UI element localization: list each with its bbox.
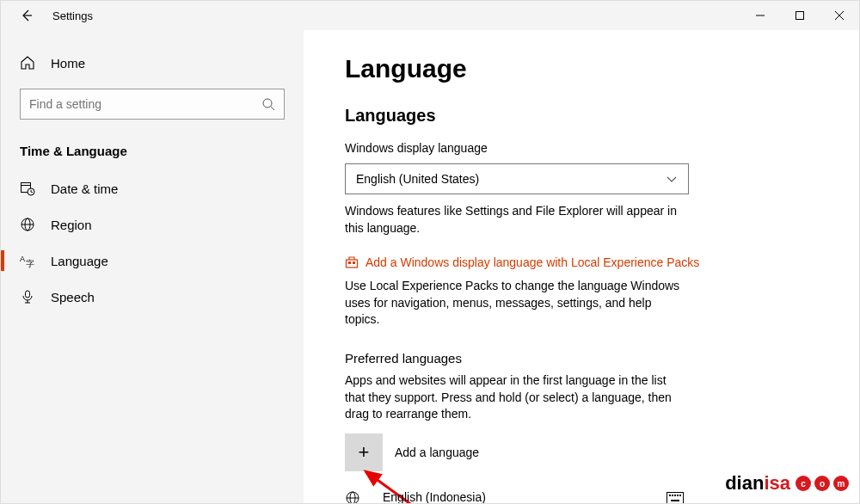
preferred-languages-desc: Apps and websites will appear in the fir… (345, 372, 689, 423)
sidebar-item-speech[interactable]: Speech (1, 279, 304, 315)
plus-icon: + (345, 433, 383, 471)
search-box[interactable] (20, 89, 285, 120)
window-controls (740, 1, 859, 30)
svg-rect-17 (26, 291, 30, 298)
minimize-button[interactable] (740, 1, 780, 30)
titlebar: Settings (1, 1, 859, 30)
watermark-text-1: dian (725, 472, 764, 495)
lep-desc: Use Local Experience Packs to change the… (345, 278, 689, 329)
svg-rect-33 (677, 495, 679, 496)
maximize-icon (795, 10, 805, 21)
keyboard-icon (666, 492, 684, 504)
sidebar-item-region[interactable]: Region (1, 206, 304, 243)
add-language-label: Add a language (395, 446, 479, 459)
close-icon (834, 10, 845, 21)
svg-rect-2 (796, 12, 804, 20)
display-language-label: Windows display language (345, 141, 859, 155)
svg-rect-34 (679, 495, 681, 496)
svg-rect-21 (348, 261, 351, 264)
svg-rect-30 (669, 495, 671, 496)
sidebar-item-language[interactable]: A字 Language (1, 243, 304, 279)
app-body: Home Time & Language Date & time Region … (1, 30, 859, 504)
watermark-dot: c (796, 476, 811, 491)
language-name: English (Indonesia) (383, 490, 601, 504)
svg-rect-20 (347, 260, 358, 267)
store-link[interactable]: Add a Windows display language with Loca… (345, 255, 859, 269)
close-button[interactable] (820, 1, 859, 30)
sidebar-home-label: Home (51, 56, 85, 71)
back-button[interactable] (16, 5, 37, 26)
svg-line-6 (271, 107, 274, 110)
arrow-left-icon (20, 9, 34, 22)
language-icon: A字 (20, 253, 35, 268)
language-item-text: English (Indonesia) Default app language… (383, 490, 601, 504)
search-icon (261, 97, 275, 111)
page-title: Language (345, 54, 859, 83)
sidebar-category: Time & Language (1, 125, 304, 170)
sidebar-item-label: Language (51, 254, 108, 268)
store-icon (345, 255, 359, 269)
content: Language Languages Windows display langu… (304, 30, 859, 504)
language-item[interactable]: A字 English (Indonesia) Default app langu… (345, 490, 689, 504)
watermark-text-2: isa (764, 472, 790, 495)
home-icon (20, 55, 35, 71)
display-language-desc: Windows features like Settings and File … (345, 203, 689, 237)
sidebar-home[interactable]: Home (1, 46, 304, 80)
svg-rect-32 (674, 495, 676, 496)
watermark-dot: o (814, 476, 830, 491)
microphone-icon (20, 289, 35, 304)
display-language-dropdown[interactable]: English (United States) (345, 163, 689, 194)
store-link-text: Add a Windows display language with Loca… (366, 255, 699, 269)
sidebar-item-label: Region (51, 218, 92, 232)
sidebar-item-label: Date & time (51, 181, 118, 196)
svg-text:A: A (20, 255, 25, 263)
window-title: Settings (52, 9, 93, 22)
minimize-icon (755, 10, 765, 21)
add-language-button[interactable]: + Add a language (345, 433, 859, 471)
calendar-clock-icon (20, 181, 35, 196)
svg-rect-31 (672, 495, 673, 496)
svg-rect-29 (667, 492, 684, 503)
preferred-languages-title: Preferred languages (345, 351, 859, 366)
maximize-button[interactable] (780, 1, 820, 30)
watermark: dianisa c o m (725, 472, 849, 495)
sidebar-item-label: Speech (51, 290, 95, 304)
search-input[interactable] (29, 97, 261, 111)
globe-icon (20, 217, 35, 232)
watermark-dots: c o m (796, 476, 849, 491)
svg-rect-22 (353, 261, 355, 264)
language-glyph-icon: A字 (345, 490, 371, 504)
svg-point-5 (263, 99, 272, 108)
sidebar-item-datetime[interactable]: Date & time (1, 170, 304, 206)
svg-rect-35 (671, 500, 679, 501)
chevron-down-icon (666, 173, 678, 185)
sidebar: Home Time & Language Date & time Region … (1, 30, 304, 504)
svg-text:字: 字 (26, 259, 34, 268)
watermark-dot: m (833, 476, 849, 491)
display-language-value: English (United States) (356, 172, 479, 186)
section-languages-title: Languages (345, 106, 859, 126)
titlebar-left: Settings (1, 5, 93, 26)
